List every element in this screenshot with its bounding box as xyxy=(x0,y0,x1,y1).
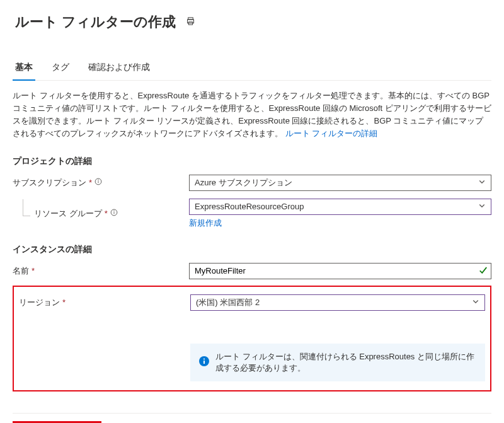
tab-review[interactable]: 確認および作成 xyxy=(86,57,152,80)
svg-point-5 xyxy=(98,180,99,180)
instance-details-heading: インスタンスの詳細 xyxy=(13,244,491,255)
info-icon[interactable] xyxy=(110,209,118,218)
resource-group-label: リソース グループ xyxy=(34,208,102,219)
name-input[interactable] xyxy=(189,263,491,279)
resource-group-select[interactable]: ExpressRouteResourceGroup xyxy=(189,199,491,215)
subscription-label: サブスクリプション xyxy=(13,177,86,188)
info-icon[interactable] xyxy=(94,178,102,187)
tabs: 基本 タグ 確認および作成 xyxy=(13,57,491,81)
tab-tags[interactable]: タグ xyxy=(49,57,72,80)
info-banner: ルート フィルターは、関連付けられる ExpressRoutes と同じ場所に作… xyxy=(190,344,485,381)
info-icon xyxy=(199,356,209,368)
review-create-highlight: 確認および作成 xyxy=(13,421,101,423)
svg-rect-10 xyxy=(203,361,205,364)
page-title: ルート フィルターの作成 xyxy=(15,13,176,32)
region-highlight-box: リージョン * (米国) 米国西部 2 ルート フィルターは、関連付けられる E… xyxy=(13,286,491,391)
learn-more-link[interactable]: ルート フィルターの詳細 xyxy=(285,129,378,138)
svg-point-8 xyxy=(113,211,114,211)
chevron-down-icon xyxy=(478,178,486,187)
required-asterisk: * xyxy=(62,298,66,307)
required-asterisk: * xyxy=(32,266,35,275)
svg-point-11 xyxy=(203,358,205,359)
info-banner-text: ルート フィルターは、関連付けられる ExpressRoutes と同じ場所に作… xyxy=(215,351,476,374)
create-new-link[interactable]: 新規作成 xyxy=(189,217,491,229)
footer: 確認および作成 < 前へ 次へ:タグ > Automation のテンプレートを… xyxy=(13,421,491,423)
project-details-heading: プロジェクトの詳細 xyxy=(13,156,491,167)
description-text: ルート フィルターを使用すると、ExpressRoute を通過するトラフィック… xyxy=(13,90,491,141)
print-icon[interactable] xyxy=(186,16,195,28)
chevron-down-icon xyxy=(472,298,479,307)
region-select[interactable]: (米国) 米国西部 2 xyxy=(190,294,485,311)
chevron-down-icon xyxy=(478,202,486,211)
name-label: 名前 xyxy=(13,265,29,277)
region-label: リージョン xyxy=(19,297,60,308)
footer-divider xyxy=(13,413,491,414)
tab-basic[interactable]: 基本 xyxy=(13,57,35,81)
check-icon xyxy=(479,265,488,276)
required-asterisk: * xyxy=(105,209,108,218)
required-asterisk: * xyxy=(89,178,92,187)
subscription-select[interactable]: Azure サブスクリプション xyxy=(189,175,491,191)
